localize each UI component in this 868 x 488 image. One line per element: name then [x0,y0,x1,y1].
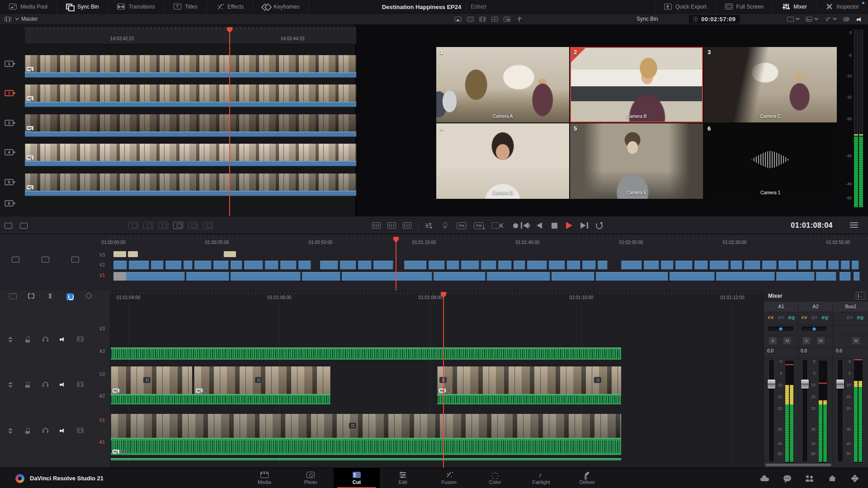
play-reverse-button[interactable] [535,219,544,232]
multicam-icon[interactable] [504,17,510,22]
timeline-clip-v1[interactable] [854,272,860,281]
multicam-angle-6[interactable]: 6Camera 1 [704,123,837,199]
tab-color[interactable]: Color [472,468,518,488]
timeline-clip-v2[interactable] [194,261,212,269]
poi-button[interactable] [457,219,467,232]
topbar-button-mixer[interactable]: Mixer [773,0,816,13]
pan-slider[interactable] [768,327,793,331]
clip-transition-marker[interactable] [255,377,263,383]
headphones-icon[interactable] [42,428,48,433]
timeline-clip-v1[interactable] [186,272,229,281]
topbar-button-sync-bin[interactable]: Sync Bin [57,0,108,13]
timeline-leader-clip[interactable] [113,272,126,281]
speaker-icon[interactable] [60,428,67,434]
timeline-clip-v2[interactable] [461,261,479,269]
lock-icon[interactable] [25,382,30,388]
voiceover-button[interactable] [440,219,449,232]
timeline-clip-v2[interactable] [661,261,674,269]
tab-edit[interactable]: Edit [380,468,426,488]
lock-icon[interactable] [25,428,30,434]
timeline-clip-v1[interactable] [342,272,432,281]
timeline-clip-v2[interactable] [373,261,393,269]
tools-button[interactable] [424,219,433,232]
waveform-view-button[interactable] [402,219,411,232]
view-options-icon[interactable] [71,257,79,263]
timeline-clip-v2[interactable] [151,261,164,269]
filmstrip-icon[interactable] [77,428,84,433]
timeline-clip-v2[interactable] [165,261,182,269]
go-start-button[interactable] [520,219,529,232]
safe-area-icon[interactable] [467,17,474,22]
source-overwrite-button[interactable] [203,219,213,232]
timeline-clip-v2[interactable] [113,261,127,269]
source-filmstrip-4[interactable]: HQ [25,144,356,161]
collapse-mixer-button[interactable]: |← [856,292,866,300]
timeline-clip-v3[interactable] [224,251,236,257]
mute-button[interactable]: M [817,337,825,344]
timeline-clip-v2[interactable] [358,261,372,269]
timeline-clip-v2[interactable] [514,261,525,269]
audio-clip-overflow[interactable] [111,458,621,460]
gesture-icon[interactable] [516,17,523,22]
timeline-clip-v2[interactable] [447,261,459,269]
viewer-timecode[interactable]: 00:02:57:09 [689,15,740,23]
timeline-clip-v2[interactable] [598,261,608,269]
timeline-clip-v2[interactable] [567,261,580,269]
timeline-clip-v1[interactable] [716,272,775,281]
topbar-button-inspector[interactable]: Inspector [816,0,868,13]
viewer-control-camera-dropdown[interactable] [806,17,817,22]
timeline-clip-v1[interactable] [231,272,301,281]
timeline-clip-v1[interactable] [434,272,486,281]
resize-track-icon[interactable] [8,382,13,388]
video-clip-v2[interactable]: HQ [111,366,192,394]
jog-button[interactable] [511,219,520,232]
tab-cut[interactable]: Cut [334,468,380,488]
topbar-button-transitions[interactable]: Transitions [108,0,164,13]
timeline-clip-v2[interactable] [694,261,708,269]
topbar-button-keyframes[interactable]: Keyframes [253,0,309,13]
image-icon[interactable] [455,17,462,22]
source-clip-icon[interactable] [5,17,11,22]
solo-button[interactable]: S [802,337,810,344]
append-audio-button[interactable] [19,219,28,232]
fx-button[interactable]: FX [766,315,775,320]
timeline-clip-v1[interactable] [670,272,715,281]
timeline-clip-v2[interactable] [778,261,797,269]
close-up-button[interactable] [173,219,183,232]
source-filmstrip-5[interactable]: HQ [25,174,356,191]
headphones-icon[interactable] [42,337,48,342]
trim-icon[interactable] [28,293,34,299]
audio-clip-a1[interactable]: HQ [111,438,621,455]
audio-clip-a2[interactable] [437,394,621,404]
fader-knob[interactable] [836,380,844,389]
multicam-angle-5[interactable]: 5Camera E [570,123,703,199]
multicam-angle-4[interactable]: 4Camera D [436,123,569,199]
source-audio-1[interactable] [25,72,356,78]
topbar-button-full-screen[interactable]: Full Screen [716,0,773,13]
source-camera-badge-2[interactable]: 2 [5,90,14,96]
append-clip-button[interactable] [4,219,13,232]
timeline-clip-v1[interactable] [487,272,550,281]
timeline-clip-v2[interactable] [481,261,496,269]
fader-knob[interactable] [768,380,775,389]
tab-deliver[interactable]: Deliver [564,468,610,488]
viewer-control-speaker[interactable] [857,17,863,22]
source-playhead[interactable] [229,27,230,216]
filmstrip-icon[interactable] [479,17,486,22]
split-clip-icon[interactable] [47,293,53,299]
timeline-clip-v2[interactable] [527,261,547,269]
source-audio-5[interactable] [25,191,356,196]
play-button[interactable] [565,219,574,232]
source-filmstrip-3[interactable]: HQ [25,114,356,131]
timeline-clip-v1[interactable] [596,272,668,281]
tab-photo[interactable]: Photo [288,468,334,488]
upper-playhead[interactable] [396,237,396,291]
source-audio-4[interactable] [25,161,356,166]
source-ruler[interactable] [25,27,356,44]
timeline-clip-v2[interactable] [813,261,826,269]
fader-track[interactable] [839,361,842,461]
resize-track-icon[interactable] [8,428,13,434]
source-filmstrip-1[interactable]: HQ [25,55,356,72]
step-back-button[interactable] [498,219,507,232]
eq-button[interactable]: EQ [821,315,830,320]
